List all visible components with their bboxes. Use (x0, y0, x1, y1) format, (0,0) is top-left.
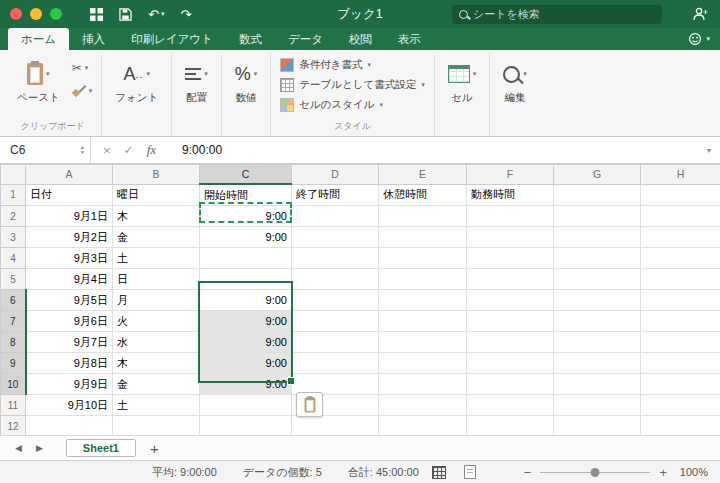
zoom-slider[interactable] (540, 472, 650, 473)
cell-E7[interactable] (379, 311, 467, 332)
feedback-smiley-icon[interactable] (688, 32, 702, 46)
row-header-6[interactable]: 6 (1, 290, 26, 311)
page-layout-view-icon[interactable] (464, 465, 476, 479)
sheet-search-input[interactable]: シートを検索 (452, 5, 662, 24)
cut-button[interactable]: ✂ ▾ (72, 61, 93, 75)
cell-G2[interactable] (554, 206, 641, 227)
cell-C1[interactable]: 開始時間 (200, 184, 292, 206)
view-switcher-icon[interactable] (90, 8, 103, 21)
worksheet-grid[interactable]: ABCDEFGH1日付曜日開始時間終了時間休憩時間勤務時間29月1日木9:003… (0, 164, 720, 435)
cell-E1[interactable]: 休憩時間 (379, 184, 467, 206)
cancel-entry-button[interactable]: × (103, 143, 111, 158)
cell-D2[interactable] (292, 206, 379, 227)
cell-A9[interactable]: 9月8日 (26, 353, 113, 374)
row-header-9[interactable]: 9 (1, 353, 26, 374)
name-box-stepper[interactable]: ▲▼ (80, 145, 85, 155)
row-header-12[interactable]: 12 (1, 416, 26, 436)
column-header-C[interactable]: C (200, 165, 292, 185)
caret-down-icon[interactable]: ▾ (161, 10, 165, 18)
cell-E4[interactable] (379, 248, 467, 269)
tab-page-layout[interactable]: 印刷レイアウト (118, 28, 226, 50)
cell-A1[interactable]: 日付 (26, 184, 113, 206)
column-header-H[interactable]: H (641, 165, 720, 185)
cell-C9[interactable]: 9:00 (200, 353, 292, 374)
cell-E10[interactable] (379, 374, 467, 395)
column-header-B[interactable]: B (113, 165, 200, 185)
name-box[interactable]: C6 ▲▼ (0, 137, 91, 163)
prev-sheet-arrow[interactable]: ◀ (8, 443, 29, 453)
formula-input[interactable]: 9:00:00 (168, 137, 222, 163)
cell-A3[interactable]: 9月2日 (26, 227, 113, 248)
cell-B6[interactable]: 月 (113, 290, 200, 311)
tab-insert[interactable]: 挿入 (69, 28, 118, 50)
tab-formulas[interactable]: 数式 (226, 28, 275, 50)
normal-view-icon[interactable] (432, 466, 446, 479)
cell-F7[interactable] (467, 311, 554, 332)
zoom-slider-thumb[interactable] (591, 468, 600, 477)
cell-C8[interactable]: 9:00 (200, 332, 292, 353)
cell-E3[interactable] (379, 227, 467, 248)
cell-F1[interactable]: 勤務時間 (467, 184, 554, 206)
cell-E5[interactable] (379, 269, 467, 290)
cell-H11[interactable] (641, 395, 720, 416)
zoom-in-button[interactable]: + (659, 465, 667, 480)
redo-button[interactable]: ↷ (180, 7, 191, 22)
cell-D5[interactable] (292, 269, 379, 290)
cell-G7[interactable] (554, 311, 641, 332)
cell-D6[interactable] (292, 290, 379, 311)
cell-G11[interactable] (554, 395, 641, 416)
cell-B12[interactable] (113, 416, 200, 436)
tab-home[interactable]: ホーム (8, 28, 69, 50)
cell-D3[interactable] (292, 227, 379, 248)
cell-E11[interactable] (379, 395, 467, 416)
editing-button[interactable]: ▾ 編集 (499, 56, 531, 108)
row-header-3[interactable]: 3 (1, 227, 26, 248)
cell-H10[interactable] (641, 374, 720, 395)
column-header-F[interactable]: F (467, 165, 554, 185)
cell-B11[interactable]: 土 (113, 395, 200, 416)
tab-data[interactable]: データ (275, 28, 336, 50)
insert-function-button[interactable]: fx (147, 142, 156, 158)
cell-G12[interactable] (554, 416, 641, 436)
cell-B5[interactable]: 日 (113, 269, 200, 290)
cell-G6[interactable] (554, 290, 641, 311)
font-button[interactable]: A.. ▾ フォント (111, 56, 162, 108)
cell-A11[interactable]: 9月10日 (26, 395, 113, 416)
cell-H4[interactable] (641, 248, 720, 269)
row-header-2[interactable]: 2 (1, 206, 26, 227)
cell-G4[interactable] (554, 248, 641, 269)
cell-B7[interactable]: 火 (113, 311, 200, 332)
sheet-tab-sheet1[interactable]: Sheet1 (66, 439, 136, 457)
cell-F2[interactable] (467, 206, 554, 227)
share-button[interactable] (692, 7, 708, 21)
cell-F4[interactable] (467, 248, 554, 269)
column-header-D[interactable]: D (292, 165, 379, 185)
cell-A10[interactable]: 9月9日 (26, 374, 113, 395)
cell-F5[interactable] (467, 269, 554, 290)
row-header-4[interactable]: 4 (1, 248, 26, 269)
column-header-G[interactable]: G (554, 165, 641, 185)
cell-H1[interactable] (641, 184, 720, 206)
cell-C2[interactable]: 9:00 (200, 206, 292, 227)
cell-G1[interactable] (554, 184, 641, 206)
cell-G9[interactable] (554, 353, 641, 374)
cell-E8[interactable] (379, 332, 467, 353)
minimize-button[interactable] (30, 8, 42, 20)
cell-C6[interactable]: 9:00 (200, 290, 292, 311)
cell-C11[interactable] (200, 395, 292, 416)
select-all-corner[interactable] (1, 165, 26, 185)
cell-H2[interactable] (641, 206, 720, 227)
cell-B2[interactable]: 木 (113, 206, 200, 227)
cell-H8[interactable] (641, 332, 720, 353)
cell-F12[interactable] (467, 416, 554, 436)
cell-H3[interactable] (641, 227, 720, 248)
add-sheet-button[interactable]: + (150, 441, 159, 456)
cell-C4[interactable] (200, 248, 292, 269)
tab-review[interactable]: 校閲 (336, 28, 385, 50)
paste-options-button[interactable] (296, 392, 323, 417)
cell-B10[interactable]: 金 (113, 374, 200, 395)
cell-D4[interactable] (292, 248, 379, 269)
cell-A12[interactable] (26, 416, 113, 436)
cell-B8[interactable]: 水 (113, 332, 200, 353)
cell-G10[interactable] (554, 374, 641, 395)
